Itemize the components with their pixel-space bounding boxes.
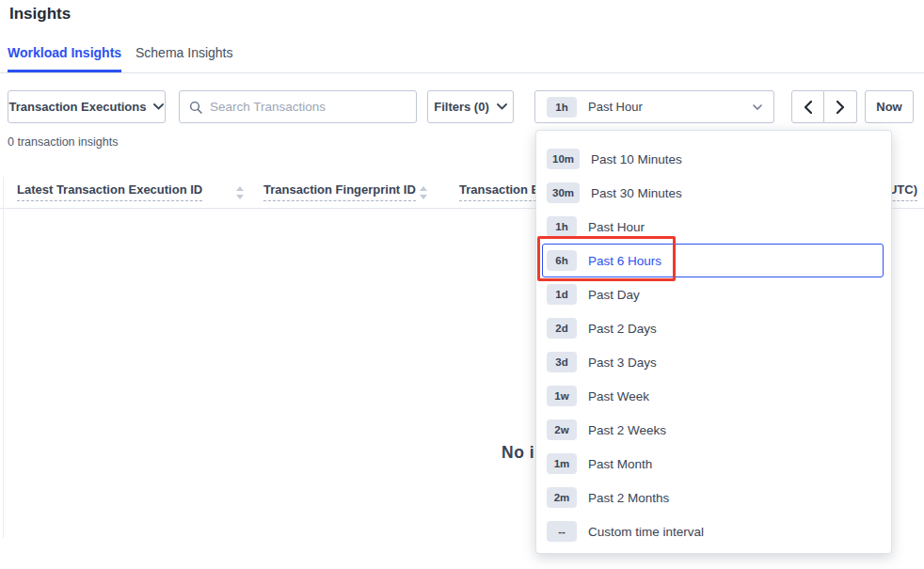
time-option-label: Past 30 Minutes [591,186,682,200]
chevron-down-icon [497,103,507,110]
column-header-transaction-fingerprint-id[interactable]: Transaction Fingerprint ID [263,182,416,201]
time-option-label: Past 6 Hours [588,254,661,268]
time-option-badge: 2w [547,419,577,440]
column-header-transaction-execution[interactable]: Transaction Ex [459,182,546,201]
time-option-custom-time-interval[interactable]: -- Custom time interval [542,514,884,548]
next-interval-button[interactable] [824,90,857,123]
sort-icon[interactable] [420,186,427,199]
tab-schema-label: Schema Insights [135,45,233,60]
time-option-past-day[interactable]: 1d Past Day [542,277,884,311]
time-option-badge: 2d [547,318,577,339]
time-option-label: Past 2 Weeks [588,423,666,437]
page-title: Insights [9,5,71,24]
time-option-badge: -- [547,521,577,542]
time-option-past-hour[interactable]: 1h Past Hour [542,210,884,244]
time-option-label: Past Hour [588,220,645,234]
previous-interval-button[interactable] [791,90,824,123]
time-option-badge: 10m [547,149,580,169]
time-option-past-10-minutes[interactable]: 10m Past 10 Minutes [542,142,884,176]
time-option-label: Past Month [588,457,652,471]
time-option-past-30-minutes[interactable]: 30m Past 30 Minutes [542,176,884,210]
insight-type-label: Transaction Executions [9,100,147,114]
tab-bar: Workload Insights Schema Insights [0,41,924,73]
time-option-label: Past 3 Days [588,356,657,370]
time-option-label: Past 10 Minutes [591,152,682,166]
time-option-badge: 30m [547,182,580,203]
time-interval-label: Past Hour [588,100,643,114]
tab-schema-insights[interactable]: Schema Insights [135,45,233,60]
time-option-past-6-hours[interactable]: 6h Past 6 Hours [542,244,884,277]
column-label: UTC) [888,182,917,201]
insight-type-dropdown[interactable]: Transaction Executions [8,90,166,123]
search-input[interactable] [210,100,406,114]
time-interval-dropdown: 10m Past 10 Minutes 30m Past 30 Minutes … [535,130,892,554]
time-option-label: Past Week [588,389,649,403]
search-box [179,90,417,123]
table-left-border [3,177,4,538]
time-option-label: Custom time interval [588,525,704,539]
chevron-down-icon [153,103,164,110]
filters-button[interactable]: Filters (0) [427,90,514,123]
chevron-down-icon [753,104,762,110]
time-nav-arrows [791,90,857,123]
column-label: Transaction Fingerprint ID [263,182,416,201]
sort-icon[interactable] [236,186,244,199]
tab-workload-insights[interactable]: Workload Insights [8,45,121,60]
insights-page: Insights Workload Insights Schema Insigh… [0,0,924,569]
column-label: Latest Transaction Execution ID [17,182,202,201]
time-option-past-week[interactable]: 1w Past Week [542,379,884,413]
column-header-latest-transaction-execution-id[interactable]: Latest Transaction Execution ID [17,182,202,201]
active-tab-underline [8,70,121,72]
chevron-left-icon [804,101,812,114]
now-button[interactable]: Now [865,90,914,123]
time-option-badge: 2m [547,487,577,508]
tab-workload-label: Workload Insights [8,45,121,60]
time-option-label: Past Day [588,288,640,302]
now-label: Now [876,100,901,114]
time-option-past-3-days[interactable]: 3d Past 3 Days [542,345,884,379]
time-option-past-2-weeks[interactable]: 2w Past 2 Weeks [542,413,884,447]
time-option-badge: 1m [547,453,577,474]
search-icon [189,101,202,114]
time-interval-picker[interactable]: 1h Past Hour [534,90,774,123]
time-option-badge: 1w [547,386,577,406]
time-option-badge: 1h [547,216,577,237]
filters-label: Filters (0) [434,100,489,114]
column-header-utc[interactable]: UTC) [888,182,917,201]
time-option-badge: 6h [547,250,577,271]
time-option-badge: 3d [547,352,577,372]
chevron-right-icon [836,101,845,114]
time-option-past-2-months[interactable]: 2m Past 2 Months [542,481,884,514]
time-option-badge: 1d [547,284,577,305]
time-option-past-2-days[interactable]: 2d Past 2 Days [542,311,884,345]
time-option-past-month[interactable]: 1m Past Month [542,447,884,481]
column-label: Transaction Ex [459,182,546,201]
time-option-label: Past 2 Months [588,491,669,505]
results-count: 0 transaction insights [8,135,118,149]
time-interval-badge: 1h [547,97,577,118]
time-option-label: Past 2 Days [588,322,657,336]
